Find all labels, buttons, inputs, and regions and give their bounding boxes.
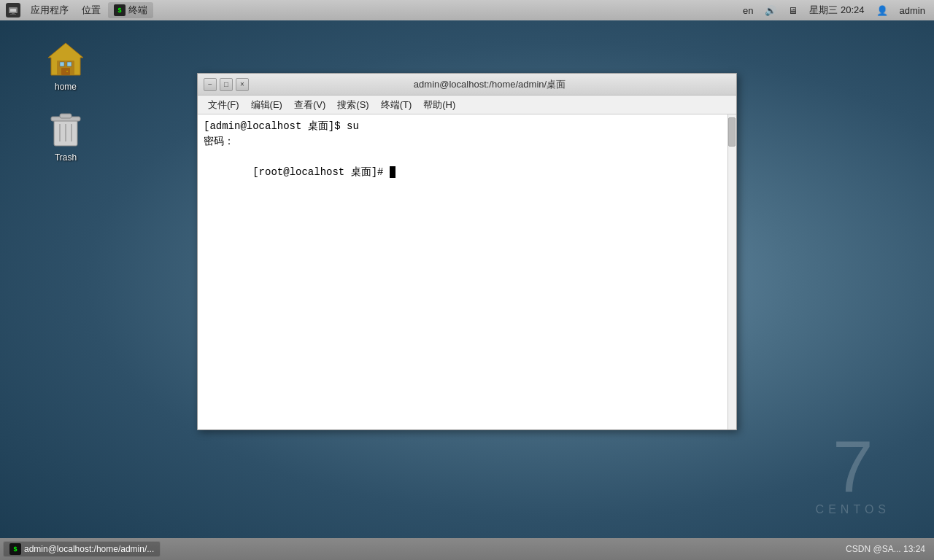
terminal-scroll-thumb[interactable] (728, 117, 736, 147)
window-controls: − □ × (204, 78, 249, 91)
language-indicator: en (740, 5, 756, 16)
user-icon[interactable]: 👤 (873, 5, 891, 16)
terminal-titlebar: − □ × admin@localhost:/home/admin/桌面 (198, 74, 736, 96)
svg-rect-15 (60, 114, 72, 118)
menu-right: en 🔊 🖥 星期三 20:24 👤 admin (740, 4, 928, 17)
terminal-scrollbar[interactable] (727, 114, 736, 429)
close-button[interactable]: × (236, 78, 249, 91)
svg-rect-1 (10, 9, 16, 12)
centos-name: CENTOS (816, 503, 890, 516)
minimize-button[interactable]: − (204, 78, 217, 91)
svg-rect-8 (61, 68, 70, 75)
terminal-title: admin@localhost:/home/admin/桌面 (249, 78, 730, 91)
menu-left: 应用程序 位置 $ 终端 (6, 2, 740, 18)
taskbar-terminal-item[interactable]: $ admin@localhost:/home/admin/... (3, 541, 161, 557)
svg-rect-6 (60, 62, 64, 66)
home-icon-label: home (52, 81, 80, 93)
centos-version-number: 7 (816, 430, 890, 503)
trash-desktop-icon[interactable]: Trash (36, 109, 95, 163)
term-file-menu[interactable]: 文件(F) (204, 97, 244, 113)
taskbar-right: CSDN @SA... 13:24 (846, 544, 931, 554)
trash-icon-svg (48, 109, 83, 149)
terminal-menu-item[interactable]: $ 终端 (108, 2, 153, 18)
term-view-menu[interactable]: 查看(V) (290, 97, 330, 113)
term-terminal-menu[interactable]: 终端(T) (377, 97, 417, 113)
position-menu-item[interactable]: 位置 (76, 2, 107, 18)
taskbar-right-text: CSDN @SA... 13:24 (846, 544, 925, 554)
datetime-display: 星期三 20:24 (806, 4, 867, 17)
term-edit-menu[interactable]: 编辑(E) (247, 97, 287, 113)
term-help-menu[interactable]: 帮助(H) (419, 97, 460, 113)
terminal-window: − □ × admin@localhost:/home/admin/桌面 文件(… (197, 73, 737, 430)
svg-point-9 (66, 71, 68, 72)
terminal-icon: $ (114, 4, 126, 16)
terminal-line-1: [admin@localhost 桌面]$ su (204, 119, 722, 134)
taskbar-terminal-icon: $ (9, 543, 21, 555)
home-icon-svg (45, 40, 86, 78)
centos-watermark: 7 CENTOS (816, 430, 890, 516)
terminal-menubar: 文件(F) 编辑(E) 查看(V) 搜索(S) 终端(T) 帮助(H) (198, 96, 736, 114)
term-search-menu[interactable]: 搜索(S) (333, 97, 373, 113)
svg-rect-7 (67, 62, 72, 66)
top-menubar: 应用程序 位置 $ 终端 en 🔊 🖥 星期三 20:24 👤 admin (0, 0, 934, 20)
trash-icon-label: Trash (52, 152, 80, 163)
terminal-cursor (390, 166, 395, 178)
taskbar-terminal-label: admin@localhost:/home/admin/... (24, 544, 154, 554)
svg-rect-2 (12, 13, 15, 14)
taskbar: $ admin@localhost:/home/admin/... CSDN @… (0, 538, 934, 560)
maximize-button[interactable]: □ (220, 78, 233, 91)
svg-rect-3 (10, 14, 16, 15)
home-desktop-icon[interactable]: home (36, 40, 95, 93)
app-icon (6, 3, 20, 18)
username-display: admin (897, 5, 928, 16)
terminal-menu-label: 终端 (128, 4, 147, 17)
terminal-line-3: [root@localhost 桌面]# (204, 149, 722, 195)
app-menu-item[interactable]: 应用程序 (25, 2, 74, 18)
network-icon[interactable]: 🖥 (785, 5, 800, 16)
terminal-content-area: [admin@localhost 桌面]$ su 密码： [root@local… (198, 114, 736, 429)
terminal-line-2: 密码： (204, 134, 722, 149)
terminal-body[interactable]: [admin@localhost 桌面]$ su 密码： [root@local… (198, 114, 727, 429)
volume-icon[interactable]: 🔊 (762, 5, 779, 16)
